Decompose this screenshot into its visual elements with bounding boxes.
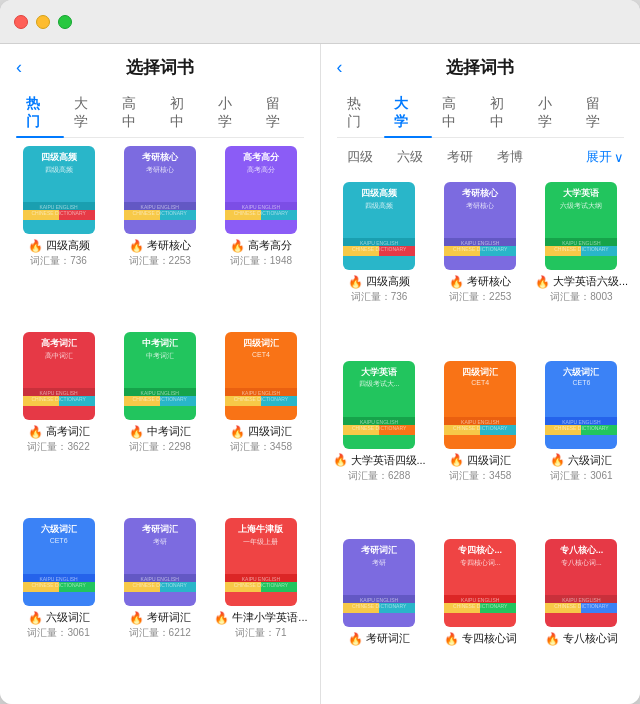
book-count-shanghai-pep: 词汇量：71 [235, 626, 286, 640]
minimize-button[interactable] [36, 15, 50, 29]
fire-icon-kaoyan-vocab-r: 🔥 [348, 632, 363, 646]
book-name-row-cet6-vocab-r: 🔥六级词汇 [550, 453, 612, 468]
book-item-univ-eng-r[interactable]: 大学英语六级考试大纲KAIPU ENGLISHCHINESE DICTIONAR… [535, 182, 628, 353]
book-item-kaoyan-vocab-r[interactable]: 考研词汇考研KAIPU ENGLISHCHINESE DICTIONARY🔥考研… [333, 539, 426, 696]
expand-button[interactable]: 展开 ∨ [586, 148, 624, 166]
book-item-gaokao-high[interactable]: 高考高分高考高分KAIPU ENGLISHCHINESE DICTIONARY🔥… [214, 146, 307, 324]
book-cover-cet6-vocab-r: 六级词汇CET6KAIPU ENGLISHCHINESE DICTIONARY [545, 361, 617, 449]
fire-icon-sbake-r: 🔥 [545, 632, 560, 646]
book-count-cet4-freq-r: 词汇量：736 [351, 290, 408, 304]
book-item-cet4-vocab[interactable]: 四级词汇CET4KAIPU ENGLISHCHINESE DICTIONARY🔥… [214, 332, 307, 510]
right-tab-hot[interactable]: 热门 [337, 89, 385, 137]
book-name-row-cet6-vocab: 🔥六级词汇 [28, 610, 90, 625]
book-cover-cet4-vocab-r: 四级词汇CET4KAIPU ENGLISHCHINESE DICTIONARY [444, 361, 516, 449]
book-item-kaoyan-core-r[interactable]: 考研核心考研核心KAIPU ENGLISHCHINESE DICTIONARY🔥… [434, 182, 527, 353]
book-name-label-mid-vocab: 中考词汇 [147, 424, 191, 439]
left-title-row: ‹ 选择词书 [16, 56, 304, 79]
book-count-cet6-vocab-r: 词汇量：3061 [550, 469, 612, 483]
book-title-main-cet6-vocab-r: 六级词汇 [563, 367, 599, 378]
book-title-sub-kaoyan-vocab-r: 考研 [372, 558, 386, 568]
book-name-row-shanghai-pep: 🔥牛津小学英语... [214, 610, 307, 625]
fire-icon-kaoyan-core-r: 🔥 [449, 275, 464, 289]
right-tab-overseas[interactable]: 留学 [576, 89, 624, 137]
book-name-label-kaoyan-vocab-r: 考研词汇 [366, 631, 410, 646]
book-name-label-kaoyan-vocab: 考研词汇 [147, 610, 191, 625]
fire-icon-sizhuke-r: 🔥 [444, 632, 459, 646]
right-tab-primary[interactable]: 小学 [528, 89, 576, 137]
book-title-main-cet4-freq-r: 四级高频 [361, 188, 397, 199]
book-cover-dict-label-cet4-freq-r: KAIPU ENGLISHCHINESE DICTIONARY [343, 240, 415, 252]
right-books-grid: 四级高频四级高频KAIPU ENGLISHCHINESE DICTIONARY🔥… [321, 174, 641, 704]
book-count-cet6-vocab: 词汇量：3061 [27, 626, 89, 640]
book-cover-cet4-freq-r: 四级高频四级高频KAIPU ENGLISHCHINESE DICTIONARY [343, 182, 415, 270]
right-sub-tab-cet6[interactable]: 六级 [387, 144, 433, 170]
book-title-main-kaoyan-core: 考研核心 [142, 152, 178, 163]
book-count-mid-vocab: 词汇量：2298 [129, 440, 191, 454]
book-item-cet4-freq[interactable]: 四级高频四级高频KAIPU ENGLISHCHINESE DICTIONARY🔥… [12, 146, 105, 324]
book-title-main-kaoyan-core-r: 考研核心 [462, 188, 498, 199]
book-name-row-cet4-freq: 🔥四级高频 [28, 238, 90, 253]
book-item-mid-vocab[interactable]: 中考词汇中考词汇KAIPU ENGLISHCHINESE DICTIONARY🔥… [113, 332, 206, 510]
book-title-main-gaokao-high: 高考高分 [243, 152, 279, 163]
book-title-main-gaokao-vocab: 高考词汇 [41, 338, 77, 349]
left-back-button[interactable]: ‹ [16, 57, 22, 78]
book-title-sub-mid-vocab: 中考词汇 [146, 351, 174, 361]
book-item-sbake-r[interactable]: 专八核心...专八核心词...KAIPU ENGLISHCHINESE DICT… [535, 539, 628, 696]
right-sub-tab-kaoyan[interactable]: 考研 [437, 144, 483, 170]
left-tab-high[interactable]: 高中 [112, 89, 160, 137]
book-name-label-cet4-freq-r: 四级高频 [366, 274, 410, 289]
book-item-shanghai-pep[interactable]: 上海牛津版一年级上册KAIPU ENGLISHCHINESE DICTIONAR… [214, 518, 307, 696]
book-item-univ-cet4-r[interactable]: 大学英语四级考试大...KAIPU ENGLISHCHINESE DICTION… [333, 361, 426, 532]
left-tab-hot[interactable]: 热门 [16, 89, 64, 137]
book-cover-dict-label-cet4-vocab-r: KAIPU ENGLISHCHINESE DICTIONARY [444, 419, 516, 431]
book-count-gaokao-vocab: 词汇量：3622 [27, 440, 89, 454]
book-item-kaoyan-vocab[interactable]: 考研词汇考研KAIPU ENGLISHCHINESE DICTIONARY🔥考研… [113, 518, 206, 696]
book-name-row-cet4-vocab: 🔥四级词汇 [230, 424, 292, 439]
right-back-button[interactable]: ‹ [337, 57, 343, 78]
book-cover-kaoyan-vocab: 考研词汇考研KAIPU ENGLISHCHINESE DICTIONARY [124, 518, 196, 606]
book-name-label-shanghai-pep: 牛津小学英语... [232, 610, 307, 625]
book-title-main-univ-eng-r: 大学英语 [563, 188, 599, 199]
left-tab-overseas[interactable]: 留学 [256, 89, 304, 137]
book-item-cet4-vocab-r[interactable]: 四级词汇CET4KAIPU ENGLISHCHINESE DICTIONARY🔥… [434, 361, 527, 532]
book-cover-dict-label-kaoyan-vocab: KAIPU ENGLISHCHINESE DICTIONARY [124, 576, 196, 588]
maximize-button[interactable] [58, 15, 72, 29]
book-name-label-cet6-vocab: 六级词汇 [46, 610, 90, 625]
close-button[interactable] [14, 15, 28, 29]
book-item-cet6-vocab-r[interactable]: 六级词汇CET6KAIPU ENGLISHCHINESE DICTIONARY🔥… [535, 361, 628, 532]
book-item-cet6-vocab[interactable]: 六级词汇CET6KAIPU ENGLISHCHINESE DICTIONARY🔥… [12, 518, 105, 696]
book-title-sub-kaoyan-core: 考研核心 [146, 165, 174, 175]
book-cover-kaoyan-core-r: 考研核心考研核心KAIPU ENGLISHCHINESE DICTIONARY [444, 182, 516, 270]
left-tab-university[interactable]: 大学 [64, 89, 112, 137]
fire-icon-cet4-vocab: 🔥 [230, 425, 245, 439]
book-title-sub-cet4-vocab-r: CET4 [471, 379, 489, 386]
fire-icon-univ-cet4-r: 🔥 [333, 453, 348, 467]
right-tab-middle[interactable]: 初中 [480, 89, 528, 137]
book-item-gaokao-vocab[interactable]: 高考词汇高中词汇KAIPU ENGLISHCHINESE DICTIONARY🔥… [12, 332, 105, 510]
left-tab-middle[interactable]: 初中 [160, 89, 208, 137]
book-count-cet4-vocab-r: 词汇量：3458 [449, 469, 511, 483]
book-cover-dict-label-gaokao-vocab: KAIPU ENGLISHCHINESE DICTIONARY [23, 390, 95, 402]
right-tab-university[interactable]: 大学 [384, 89, 432, 137]
right-tab-bar: 热门 大学 高中 初中 小学 留学 [337, 89, 625, 138]
book-count-univ-cet4-r: 词汇量：6288 [348, 469, 410, 483]
book-title-sub-sizhuke-r: 专四核心词... [460, 558, 501, 568]
book-title-main-mid-vocab: 中考词汇 [142, 338, 178, 349]
book-title-sub-univ-eng-r: 六级考试大纲 [560, 201, 602, 211]
right-sub-tab-cet4[interactable]: 四级 [337, 144, 383, 170]
panels-container: ‹ 选择词书 热门 大学 高中 初中 小学 留学 四级高频四级高频KAIPU E… [0, 44, 640, 704]
left-tab-primary[interactable]: 小学 [208, 89, 256, 137]
left-panel: ‹ 选择词书 热门 大学 高中 初中 小学 留学 四级高频四级高频KAIPU E… [0, 44, 321, 704]
book-item-kaoyan-core[interactable]: 考研核心考研核心KAIPU ENGLISHCHINESE DICTIONARY🔥… [113, 146, 206, 324]
book-title-sub-gaokao-high: 高考高分 [247, 165, 275, 175]
book-name-row-gaokao-high: 🔥高考高分 [230, 238, 292, 253]
book-item-sizhuke-r[interactable]: 专四核心...专四核心词...KAIPU ENGLISHCHINESE DICT… [434, 539, 527, 696]
book-count-univ-eng-r: 词汇量：8003 [550, 290, 612, 304]
left-panel-header: ‹ 选择词书 热门 大学 高中 初中 小学 留学 [0, 44, 320, 138]
right-sub-tab-kaobo[interactable]: 考博 [487, 144, 533, 170]
book-name-label-univ-eng-r: 大学英语六级... [553, 274, 628, 289]
book-title-sub-sbake-r: 专八核心词... [561, 558, 602, 568]
right-tab-high[interactable]: 高中 [432, 89, 480, 137]
book-title-sub-univ-cet4-r: 四级考试大... [359, 379, 400, 389]
book-item-cet4-freq-r[interactable]: 四级高频四级高频KAIPU ENGLISHCHINESE DICTIONARY🔥… [333, 182, 426, 353]
